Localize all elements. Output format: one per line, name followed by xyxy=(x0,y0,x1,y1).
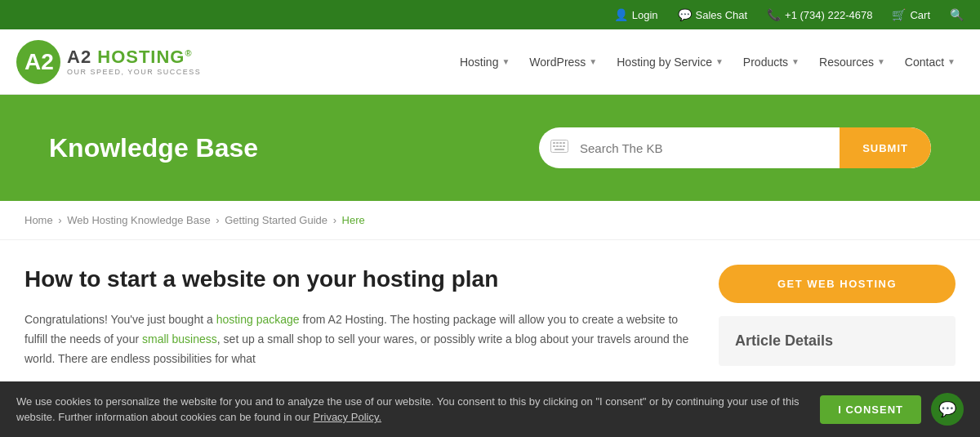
breadcrumb-level1[interactable]: Web Hosting Knowledge Base xyxy=(67,214,210,226)
login-link[interactable]: 👤 Login xyxy=(614,8,658,21)
content-wrapper: How to start a website on your hosting p… xyxy=(0,240,980,386)
sidebar: GET WEB HOSTING Article Details xyxy=(719,265,956,369)
nav-item-resources[interactable]: Resources ▼ xyxy=(811,49,893,75)
svg-rect-10 xyxy=(563,145,565,147)
nav-products-label: Products xyxy=(743,56,788,69)
phone-icon: 📞 xyxy=(767,8,781,21)
chat-icon: 💬 xyxy=(678,8,692,21)
cookie-banner: We use cookies to personalize the websit… xyxy=(0,381,980,386)
search-icon: 🔍 xyxy=(950,8,964,21)
phone-link[interactable]: 📞 +1 (734) 222-4678 xyxy=(767,8,872,21)
nav-link-products[interactable]: Products ▼ xyxy=(735,49,808,75)
search-link[interactable]: 🔍 xyxy=(950,8,964,21)
submit-button[interactable]: SUBMIT xyxy=(840,127,931,168)
svg-rect-5 xyxy=(559,142,562,144)
cart-icon: 🛒 xyxy=(892,8,906,21)
logo-image: A2 xyxy=(16,40,60,84)
chevron-down-icon: ▼ xyxy=(715,57,724,66)
nav-hosting-label: Hosting xyxy=(460,56,498,69)
logo-text: A2 HOSTING® OUR SPEED, YOUR SUCCESS xyxy=(67,47,201,77)
logo-tagline: OUR SPEED, YOUR SUCCESS xyxy=(67,68,201,77)
breadcrumb-current: Here xyxy=(342,214,365,226)
svg-rect-11 xyxy=(555,149,564,150)
nav-link-resources[interactable]: Resources ▼ xyxy=(811,49,893,75)
keyboard-icon xyxy=(539,140,580,157)
breadcrumb-level2[interactable]: Getting Started Guide xyxy=(225,214,327,226)
cart-link[interactable]: 🛒 Cart xyxy=(892,8,930,21)
nav-item-hosting[interactable]: Hosting ▼ xyxy=(452,49,518,75)
svg-rect-6 xyxy=(563,142,565,144)
kb-title: Knowledge Base xyxy=(49,133,258,163)
user-icon: 👤 xyxy=(614,8,628,21)
sales-chat-link[interactable]: 💬 Sales Chat xyxy=(678,8,748,21)
nav-item-hosting-by-service[interactable]: Hosting by Service ▼ xyxy=(608,49,732,75)
nav-link-wordpress[interactable]: WordPress ▼ xyxy=(521,49,605,75)
kb-search-area: SUBMIT xyxy=(539,127,931,168)
chevron-down-icon: ▼ xyxy=(501,57,510,66)
nav-item-wordpress[interactable]: WordPress ▼ xyxy=(521,49,605,75)
logo[interactable]: A2 A2 HOSTING® OUR SPEED, YOUR SUCCESS xyxy=(16,40,201,84)
get-hosting-button[interactable]: GET WEB HOSTING xyxy=(719,265,956,303)
chevron-down-icon: ▼ xyxy=(589,57,597,66)
search-input[interactable] xyxy=(580,141,840,155)
nav-links: Hosting ▼ WordPress ▼ Hosting by Service… xyxy=(452,49,964,75)
small-business-link[interactable]: small business xyxy=(142,332,217,346)
chevron-down-icon: ▼ xyxy=(947,57,956,66)
phone-label: +1 (734) 222-4678 xyxy=(785,9,872,21)
chevron-down-icon: ▼ xyxy=(877,57,885,66)
main-content: How to start a website on your hosting p… xyxy=(24,265,694,369)
article-details-title: Article Details xyxy=(735,332,939,350)
nav-link-hosting[interactable]: Hosting ▼ xyxy=(452,49,518,75)
svg-rect-4 xyxy=(556,142,559,144)
nav-resources-label: Resources xyxy=(819,56,874,69)
main-nav: A2 A2 HOSTING® OUR SPEED, YOUR SUCCESS H… xyxy=(0,29,980,95)
cart-label: Cart xyxy=(910,9,930,21)
logo-brand: A2 HOSTING® xyxy=(67,47,201,68)
article-details-box: Article Details xyxy=(719,316,956,366)
kb-banner: Knowledge Base SUBMIT xyxy=(0,95,980,201)
svg-rect-9 xyxy=(559,145,562,147)
breadcrumb-home[interactable]: Home xyxy=(24,214,53,226)
svg-rect-8 xyxy=(556,145,559,147)
sales-chat-label: Sales Chat xyxy=(696,9,748,21)
breadcrumb: Home › Web Hosting Knowledge Base › Gett… xyxy=(0,201,980,240)
top-bar: 👤 Login 💬 Sales Chat 📞 +1 (734) 222-4678… xyxy=(0,0,980,29)
article-title: How to start a website on your hosting p… xyxy=(24,265,694,294)
svg-rect-3 xyxy=(553,142,555,144)
nav-contact-label: Contact xyxy=(905,56,944,69)
hosting-link[interactable]: hosting package xyxy=(216,313,300,326)
chevron-down-icon: ▼ xyxy=(791,57,800,66)
nav-hosting-by-service-label: Hosting by Service xyxy=(617,56,712,69)
article-intro: Congratulations! You've just bought a ho… xyxy=(24,310,694,368)
svg-rect-7 xyxy=(553,145,555,147)
nav-link-hosting-by-service[interactable]: Hosting by Service ▼ xyxy=(608,49,732,75)
login-label: Login xyxy=(632,9,658,21)
nav-item-contact[interactable]: Contact ▼ xyxy=(897,49,964,75)
svg-text:A2: A2 xyxy=(24,49,54,74)
nav-wordpress-label: WordPress xyxy=(529,56,586,69)
nav-link-contact[interactable]: Contact ▼ xyxy=(897,49,964,75)
nav-item-products[interactable]: Products ▼ xyxy=(735,49,808,75)
